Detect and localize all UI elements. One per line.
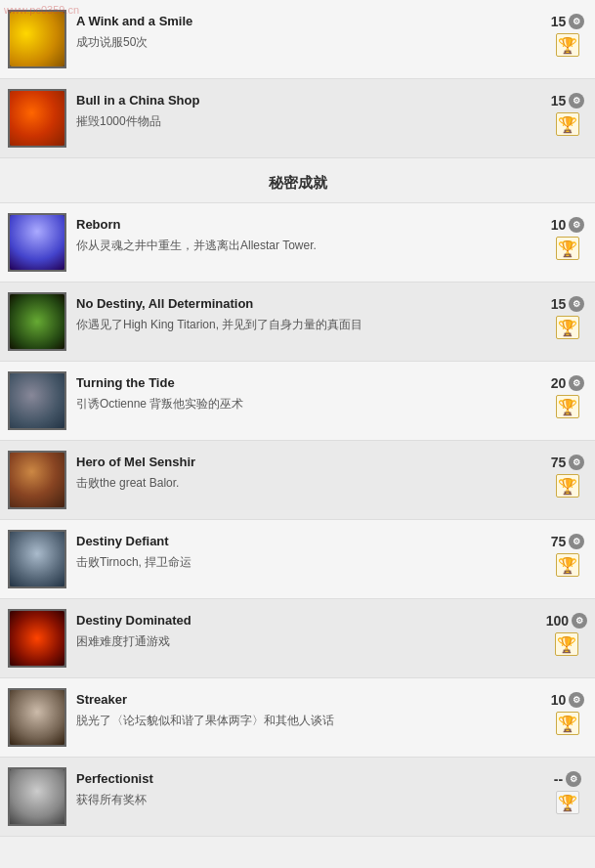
achievement-item-wink: A Wink and a Smile成功说服50次15⚙🏆 [0,0,595,79]
trophy-icon-streaker: 🏆 [556,712,579,735]
achievement-icon-hero [8,451,66,509]
achievement-desc-hero: 击败the great Balor. [76,475,538,492]
points-num-dominated: 100 [546,613,569,629]
achievement-points-perfectionist: --⚙ [554,771,581,787]
achievement-icon-perfectionist [8,767,66,826]
achievement-points-reborn: 10⚙ [551,217,585,233]
gear-icon-nodestiny: ⚙ [569,296,584,312]
points-num-perfectionist: -- [554,771,563,787]
achievement-points-hero: 75⚙ [551,455,585,470]
trophy-icon-turning: 🏆 [556,395,579,418]
achievement-title-reborn: Reborn [76,217,538,232]
achievement-desc-wink: 成功说服50次 [76,34,538,51]
achievement-item-nodestiny: No Destiny, All Determination你遇见了High Ki… [0,282,595,362]
gear-icon-wink: ⚙ [569,14,584,29]
achievement-title-perfectionist: Perfectionist [76,771,538,786]
achievement-title-bull: Bull in a China Shop [76,93,538,108]
trophy-icon-defiant: 🏆 [556,553,579,577]
achievement-desc-reborn: 你从灵魂之井中重生，并逃离出Allestar Tower. [76,238,538,254]
achievement-points-streaker: 10⚙ [551,692,585,708]
achievement-points-dominated: 100⚙ [546,613,587,629]
points-num-streaker: 10 [551,692,567,708]
achievement-title-defiant: Destiny Defiant [76,534,538,548]
points-num-bull: 15 [551,93,567,108]
gear-icon-bull: ⚙ [569,93,584,108]
points-num-defiant: 75 [551,534,567,549]
points-num-nodestiny: 15 [551,296,567,312]
trophy-icon-perfectionist: 🏆 [556,791,579,814]
trophy-icon-nodestiny: 🏆 [556,316,579,339]
gear-icon-perfectionist: ⚙ [566,771,581,787]
achievement-points-wink: 15⚙ [551,14,585,29]
trophy-icon-dominated: 🏆 [555,632,578,656]
points-num-turning: 20 [551,375,567,391]
achievement-icon-dominated [8,609,66,668]
achievement-desc-defiant: 击败Tirnoch, 捍卫命运 [76,554,538,571]
achievement-icon-bull [8,89,66,148]
achievement-title-nodestiny: No Destiny, All Determination [76,296,538,311]
achievement-points-defiant: 75⚙ [551,534,585,549]
achievement-item-turning: Turning the Tide引诱Octienne 背叛他实验的巫术20⚙🏆 [0,362,595,441]
achievement-item-defiant: Destiny Defiant击败Tirnoch, 捍卫命运75⚙🏆 [0,520,595,599]
achievement-icon-defiant [8,530,66,588]
points-num-wink: 15 [551,14,567,29]
achievement-points-nodestiny: 15⚙ [551,296,585,312]
achievement-title-dominated: Destiny Dominated [76,613,536,628]
achievement-icon-turning [8,371,66,430]
achievement-item-bull: Bull in a China Shop摧毁1000件物品15⚙🏆 [0,79,595,158]
achievement-item-dominated: Destiny Dominated困难难度打通游戏100⚙🏆 [0,599,595,678]
gear-icon-streaker: ⚙ [569,692,584,708]
gear-icon-dominated: ⚙ [572,613,587,629]
trophy-icon-reborn: 🏆 [556,237,579,260]
achievement-icon-streaker [8,688,66,747]
points-num-hero: 75 [551,455,567,470]
achievement-points-turning: 20⚙ [551,375,585,391]
secret-section-header: 秘密成就 [0,158,595,203]
achievement-item-streaker: Streaker脱光了〈论坛貌似和谐了果体两字〉和其他人谈话10⚙🏆 [0,678,595,758]
trophy-icon-hero: 🏆 [556,474,579,498]
achievement-title-hero: Hero of Mel Senshir [76,455,538,469]
achievement-icon-wink [8,10,66,68]
achievement-desc-dominated: 困难难度打通游戏 [76,633,536,650]
secret-section-label: 秘密成就 [269,174,327,191]
achievement-icon-nodestiny [8,292,66,351]
achievement-list-top: A Wink and a Smile成功说服50次15⚙🏆Bull in a C… [0,0,595,837]
achievement-title-turning: Turning the Tide [76,375,538,390]
achievement-desc-perfectionist: 获得所有奖杯 [76,792,538,808]
achievement-desc-streaker: 脱光了〈论坛貌似和谐了果体两字〉和其他人谈话 [76,713,538,729]
page-wrapper: www.pc0359.cn A Wink and a Smile成功说服50次1… [0,0,595,837]
achievement-desc-bull: 摧毁1000件物品 [76,113,538,130]
achievement-item-reborn: Reborn你从灵魂之井中重生，并逃离出Allestar Tower.10⚙🏆 [0,203,595,282]
achievement-desc-turning: 引诱Octienne 背叛他实验的巫术 [76,396,538,412]
gear-icon-turning: ⚙ [569,375,584,391]
achievement-icon-reborn [8,213,66,272]
gear-icon-hero: ⚙ [569,455,584,470]
achievement-item-hero: Hero of Mel Senshir击败the great Balor.75⚙… [0,441,595,520]
achievement-item-perfectionist: Perfectionist获得所有奖杯--⚙🏆 [0,758,595,837]
achievement-title-streaker: Streaker [76,692,538,707]
trophy-icon-wink: 🏆 [556,33,579,57]
trophy-icon-bull: 🏆 [556,112,579,136]
achievement-points-bull: 15⚙ [551,93,585,108]
gear-icon-defiant: ⚙ [569,534,584,549]
points-num-reborn: 10 [551,217,567,233]
achievement-desc-nodestiny: 你遇见了High King Titarion, 并见到了自身力量的真面目 [76,317,538,333]
achievement-title-wink: A Wink and a Smile [76,14,538,28]
gear-icon-reborn: ⚙ [569,217,584,233]
